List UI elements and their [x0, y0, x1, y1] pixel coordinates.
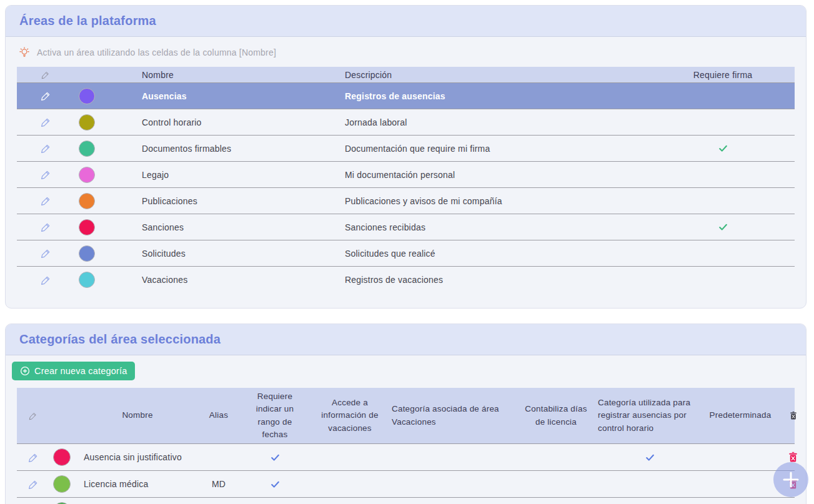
area-color-swatch: [79, 88, 95, 104]
area-color-swatch: [79, 193, 95, 209]
contabiliza-dias-column-header: Contabiliza días de licencia: [515, 400, 597, 431]
descripcion-column-header: Descripción: [334, 70, 651, 80]
area-row: VacacionesRegistros de vacaciones: [17, 267, 795, 293]
lightbulb-icon: [18, 46, 31, 59]
check-icon: [645, 452, 655, 463]
nombre-column-header: Nombre: [78, 407, 197, 424]
area-name-cell[interactable]: Documentos firmables: [131, 144, 334, 154]
area-name-cell[interactable]: Control horario: [131, 117, 334, 127]
check-icon: [718, 222, 728, 232]
edit-area-pencil-icon[interactable]: [40, 90, 52, 102]
area-description-cell: Solicitudes que realicé: [334, 249, 651, 259]
color-column-header: [49, 413, 78, 418]
area-description-cell: Sanciones recibidas: [334, 222, 651, 232]
area-name-cell[interactable]: Ausencias: [131, 91, 334, 101]
areas-hint-text: Activa un área utilizando las celdas de …: [37, 47, 276, 57]
predeterminada-column-header: Predeterminada: [703, 407, 778, 424]
categories-table: Nombre Alias Requiere indicar un rango d…: [17, 388, 795, 504]
categories-panel-title: Categorías del área seleccionada: [19, 332, 221, 347]
edit-area-pencil-icon[interactable]: [40, 221, 52, 233]
edit-column-pencil-icon: [17, 411, 49, 421]
edit-category-pencil-icon[interactable]: [27, 452, 39, 463]
area-name-cell[interactable]: Legajo: [131, 170, 334, 180]
area-color-swatch: [79, 245, 95, 262]
edit-area-pencil-icon[interactable]: [40, 195, 52, 207]
areas-panel-title: Áreas de la plataforma: [19, 14, 156, 28]
check-icon: [718, 143, 728, 154]
check-icon: [270, 452, 280, 463]
areas-table-body: AusenciasRegistros de ausenciasControl h…: [17, 83, 795, 293]
categories-table-header: Nombre Alias Requiere indicar un rango d…: [17, 388, 795, 444]
nombre-column-header: Nombre: [131, 70, 334, 80]
area-color-swatch: [79, 219, 95, 235]
edit-column-pencil-icon: [17, 70, 74, 80]
areas-panel-header: Áreas de la plataforma: [6, 6, 806, 37]
plus-circle-icon: [20, 366, 30, 376]
area-color-swatch: [79, 167, 95, 183]
area-row: Control horarioJornada laboral: [17, 109, 795, 136]
create-category-button[interactable]: Crear nueva categoría: [12, 362, 135, 380]
add-floating-button[interactable]: [773, 462, 808, 497]
area-color-swatch: [79, 141, 95, 157]
categoria-asociada-column-header: Categoría asociada de área Vacaciones: [390, 400, 515, 431]
control-horario-column-header: Categoría utilizada para registrar ausen…: [597, 394, 703, 437]
category-alias-cell: MD: [197, 479, 241, 489]
area-name-cell[interactable]: Vacaciones: [131, 275, 334, 285]
categories-panel-header: Categorías del área seleccionada: [6, 324, 806, 355]
category-name-cell: Licencia médica: [78, 479, 197, 489]
areas-table: Nombre Descripción Requiere firma Ausenc…: [17, 67, 795, 293]
check-icon: [270, 479, 280, 490]
areas-panel: Áreas de la plataforma Activa un área ut…: [5, 5, 807, 309]
accede-vacaciones-column-header: Accede a información de vacaciones: [309, 394, 390, 437]
edit-category-pencil-icon[interactable]: [27, 478, 39, 490]
requiere-firma-column-header: Requiere firma: [651, 70, 795, 80]
area-row: PublicacionesPublicaciones y avisos de m…: [17, 188, 795, 214]
delete-category-trash-icon[interactable]: [788, 452, 798, 463]
category-row: Licencia para cuidado de un: [17, 498, 795, 504]
area-color-swatch: [79, 272, 95, 288]
category-color-swatch: [53, 475, 71, 493]
alias-column-header: Alias: [197, 407, 241, 424]
area-description-cell: Jornada laboral: [334, 117, 651, 127]
edit-area-pencil-icon[interactable]: [40, 247, 52, 259]
area-name-cell[interactable]: Publicaciones: [131, 196, 334, 206]
edit-area-pencil-icon[interactable]: [40, 116, 52, 128]
edit-area-pencil-icon[interactable]: [40, 142, 52, 154]
plus-icon: [782, 470, 800, 489]
category-name-cell: Ausencia sin justificativo: [78, 452, 197, 462]
categories-panel: Categorías del área seleccionada Crear n…: [5, 324, 807, 504]
area-description-cell: Mi documentación personal: [334, 170, 651, 180]
area-row: SolicitudesSolicitudes que realicé: [17, 240, 795, 267]
area-description-cell: Registros de vacaciones: [334, 275, 651, 285]
area-row: AusenciasRegistros de ausencias: [17, 83, 795, 109]
create-category-button-label: Crear nueva categoría: [34, 366, 127, 376]
area-color-swatch: [79, 114, 95, 131]
category-color-swatch: [53, 448, 71, 466]
area-description-cell: Registros de ausencias: [334, 91, 651, 101]
category-row: Ausencia sin justificativo: [17, 444, 795, 471]
areas-table-header: Nombre Descripción Requiere firma: [17, 67, 795, 83]
area-description-cell: Publicaciones y avisos de mi compañía: [334, 196, 651, 206]
rango-fechas-column-header: Requiere indicar un rango de fechas: [241, 388, 309, 443]
area-description-cell: Documentación que require mi firma: [334, 144, 651, 154]
delete-column-trash-icon: [778, 411, 808, 420]
edit-area-pencil-icon[interactable]: [40, 169, 52, 180]
area-name-cell[interactable]: Solicitudes: [131, 249, 334, 259]
area-row: Documentos firmablesDocumentación que re…: [17, 136, 795, 162]
category-row: Licencia médicaMD: [17, 471, 795, 498]
area-name-cell[interactable]: Sanciones: [131, 222, 334, 232]
area-row: SancionesSanciones recibidas: [17, 214, 795, 240]
areas-hint: Activa un área utilizando las celdas de …: [6, 37, 806, 67]
area-row: LegajoMi documentación personal: [17, 162, 795, 188]
edit-area-pencil-icon[interactable]: [40, 274, 52, 286]
categories-table-body: Ausencia sin justificativoLicencia médic…: [17, 444, 795, 504]
